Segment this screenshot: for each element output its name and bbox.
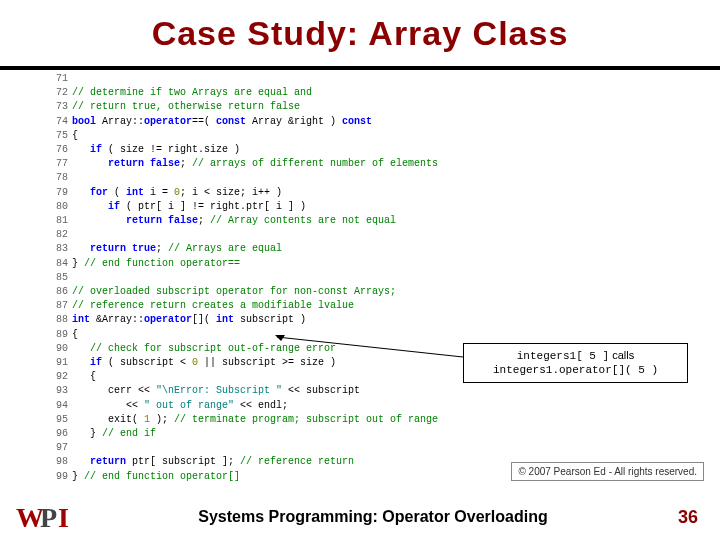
- code-listing: 7172// determine if two Arrays are equal…: [48, 72, 688, 484]
- code-line: 84} // end function operator==: [48, 257, 688, 271]
- code-line: 87// reference return creates a modifiab…: [48, 299, 688, 313]
- code-line: 86// overloaded subscript operator for n…: [48, 285, 688, 299]
- code-line: 82: [48, 228, 688, 242]
- footer: W P I Systems Programming: Operator Over…: [0, 494, 720, 540]
- code-line: 93 cerr << "\nError: Subscript " << subs…: [48, 384, 688, 398]
- callout-box: integers1[ 5 ] calls integers1.operator[…: [463, 343, 688, 383]
- code-line: 79 for ( int i = 0; i < size; i++ ): [48, 186, 688, 200]
- code-line: 85: [48, 271, 688, 285]
- title-bar: Case Study: Array Class: [0, 0, 720, 70]
- slide-title: Case Study: Array Class: [152, 14, 569, 53]
- svg-line-0: [277, 337, 463, 357]
- callout-arrow: [275, 335, 465, 365]
- code-line: 88int &Array::operator[]( int subscript …: [48, 313, 688, 327]
- code-line: 73// return true, otherwise return false: [48, 100, 688, 114]
- code-line: 75{: [48, 129, 688, 143]
- code-line: 95 exit( 1 ); // terminate program; subs…: [48, 413, 688, 427]
- callout-code-1: integers1[ 5 ]: [517, 350, 609, 362]
- callout-text-1: calls: [609, 349, 634, 361]
- wpi-logo: W P I: [16, 497, 86, 537]
- code-line: 71: [48, 72, 688, 86]
- svg-text:P: P: [40, 502, 57, 533]
- page-number: 36: [660, 507, 720, 528]
- code-line: 94 << " out of range" << endl;: [48, 399, 688, 413]
- footer-text: Systems Programming: Operator Overloadin…: [86, 508, 660, 526]
- code-line: 81 return false; // Array contents are n…: [48, 214, 688, 228]
- code-line: 96 } // end if: [48, 427, 688, 441]
- code-line: 77 return false; // arrays of different …: [48, 157, 688, 171]
- code-line: 76 if ( size != right.size ): [48, 143, 688, 157]
- svg-text:I: I: [58, 502, 69, 533]
- code-line: 80 if ( ptr[ i ] != right.ptr[ i ] ): [48, 200, 688, 214]
- code-line: 78: [48, 171, 688, 185]
- copyright-notice: © 2007 Pearson Ed - All rights reserved.: [511, 462, 704, 481]
- code-line: 72// determine if two Arrays are equal a…: [48, 86, 688, 100]
- callout-code-2: integers1.operator[]( 5 ): [493, 364, 658, 376]
- code-line: 83 return true; // Arrays are equal: [48, 242, 688, 256]
- code-line: 97: [48, 441, 688, 455]
- code-line: 74bool Array::operator==( const Array &r…: [48, 115, 688, 129]
